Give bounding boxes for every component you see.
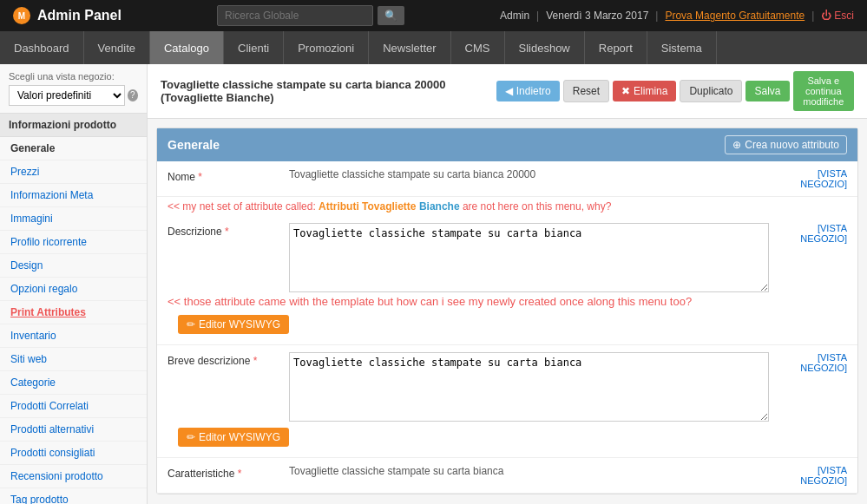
- caratteristiche-vista[interactable]: [VISTA NEGOZIO]: [769, 465, 847, 486]
- sidebar-item-prodotti-alternativi[interactable]: Prodotti alternativi: [0, 418, 147, 442]
- nav-newsletter[interactable]: Newsletter: [369, 31, 450, 64]
- duplicate-button[interactable]: Duplicato: [680, 80, 742, 102]
- descrizione-required: *: [225, 226, 229, 238]
- editor-wysiwyg-button-1[interactable]: ✏ Editor WYSIWYG: [178, 315, 289, 334]
- logo-icon: M: [13, 7, 30, 24]
- nome-row: Nome * Tovagliette classiche stampate su…: [157, 161, 857, 197]
- top-header: M Admin Panel 🔍 Admin | Venerdì 3 Marzo …: [0, 0, 867, 31]
- content-area: Tovagliette classiche stampate su carta …: [148, 64, 867, 504]
- divider1: |: [536, 10, 539, 22]
- nav-bar: Dashboard Vendite Catalogo Clienti Promo…: [0, 31, 867, 64]
- promo-link[interactable]: Prova Magento Gratuitamente: [665, 10, 805, 22]
- main-layout: Scegli una vista negozio: Valori predefi…: [0, 64, 867, 504]
- annotation1-link1: Attributi Tovagliette: [319, 200, 416, 213]
- sidebar-item-inventario[interactable]: Inventario: [0, 324, 147, 348]
- search-area: 🔍: [217, 5, 404, 26]
- sidebar-item-recensioni[interactable]: Recensioni prodotto: [0, 465, 147, 488]
- back-button[interactable]: ◀ Indietro: [496, 81, 560, 101]
- breve-required: *: [253, 355, 258, 367]
- sidebar-item-prodotti-correlati[interactable]: Prodotti Correlati: [0, 395, 147, 418]
- store-label: Scegli una vista negozio:: [9, 71, 138, 82]
- date-info: Venerdì 3 Marzo 2017: [546, 10, 648, 22]
- annotation2: << those attribute came with the templat…: [167, 295, 692, 308]
- descrizione-vista[interactable]: [VISTA NEGOZIO]: [769, 223, 847, 244]
- logo: M Admin Panel: [13, 7, 122, 24]
- store-select[interactable]: Valori predefiniti: [9, 85, 125, 106]
- logo-text: Admin Panel: [37, 8, 122, 23]
- nav-sistema[interactable]: Sistema: [647, 31, 717, 64]
- divider2: |: [655, 10, 658, 22]
- nav-catalogo[interactable]: Catalogo: [150, 31, 224, 64]
- sidebar-item-design[interactable]: Design: [0, 254, 147, 278]
- nav-cms[interactable]: CMS: [451, 31, 505, 64]
- edit-icon: ✏: [187, 318, 195, 331]
- generale-section: Generale ⊕ Crea nuovo attributo Nome * T…: [156, 128, 858, 494]
- caratteristiche-value: Tovagliette classiche stampate su carta …: [289, 465, 769, 477]
- sidebar-item-categorie[interactable]: Categorie: [0, 371, 147, 395]
- caratteristiche-label: Caratteristiche *: [167, 465, 289, 480]
- breve-descrizione-value: Tovagliette classiche stampate su carta …: [289, 352, 769, 424]
- descrizione-value: Tovagliette classiche stampate su carta …: [289, 223, 769, 295]
- sidebar-item-generale[interactable]: Generale: [0, 137, 147, 160]
- product-title: Tovagliette classiche stampate su carta …: [161, 78, 496, 104]
- descrizione-row: Descrizione * Tovagliette classiche stam…: [157, 216, 857, 345]
- caratteristiche-required: *: [238, 468, 242, 480]
- nome-label: Nome *: [167, 168, 289, 183]
- search-input[interactable]: [217, 5, 373, 26]
- store-select-row: Valori predefiniti ?: [9, 85, 138, 106]
- nome-vista[interactable]: [VISTA NEGOZIO]: [769, 168, 847, 189]
- power-icon: ⏻: [821, 10, 831, 22]
- reset-button[interactable]: Reset: [563, 80, 609, 102]
- sidebar-item-infometa[interactable]: Informazioni Meta: [0, 184, 147, 207]
- sidebar-item-immagini[interactable]: Immagini: [0, 207, 147, 231]
- breve-descrizione-row: Breve descrizione * Tovagliette classich…: [157, 345, 857, 458]
- sidebar-item-prezzi[interactable]: Prezzi: [0, 160, 147, 184]
- edit-icon-2: ✏: [187, 431, 195, 443]
- annotation1-post: are not here on this menu, why?: [460, 200, 612, 213]
- sidebar-item-print-attributes[interactable]: Print Attributes: [0, 301, 147, 324]
- nav-slideshow[interactable]: Slideshow: [505, 31, 585, 64]
- save-button[interactable]: Salva: [745, 81, 789, 101]
- plus-icon: ⊕: [732, 139, 741, 151]
- sidebar-item-prodotti-consigliati[interactable]: Prodotti consigliati: [0, 442, 147, 465]
- create-attribute-button[interactable]: ⊕ Crea nuovo attributo: [725, 135, 847, 154]
- store-section: Scegli una vista negozio: Valori predefi…: [0, 64, 147, 114]
- nome-required: *: [198, 171, 202, 183]
- breve-descrizione-textarea[interactable]: Tovagliette classiche stampate su carta …: [289, 352, 769, 422]
- header-right: Admin | Venerdì 3 Marzo 2017 | Prova Mag…: [500, 10, 854, 22]
- sidebar-section-title: Informazioni prodotto: [0, 114, 147, 137]
- logout-button[interactable]: ⏻ Esci: [821, 10, 854, 22]
- nav-dashboard[interactable]: Dashboard: [0, 31, 84, 64]
- nav-report[interactable]: Report: [585, 31, 647, 64]
- section-title: Generale: [167, 138, 220, 152]
- search-button[interactable]: 🔍: [378, 6, 404, 25]
- store-help-icon[interactable]: ?: [128, 89, 138, 101]
- sidebar: Scegli una vista negozio: Valori predefi…: [0, 64, 148, 504]
- nav-promozioni[interactable]: Promozioni: [284, 31, 369, 64]
- save-continue-button[interactable]: Salva e continua modifiche: [793, 71, 854, 111]
- breve-descrizione-vista[interactable]: [VISTA NEGOZIO]: [769, 352, 847, 373]
- product-title-bar: Tovagliette classiche stampate su carta …: [148, 64, 867, 119]
- nome-value: Tovagliette classiche stampate su carta …: [289, 168, 769, 180]
- sidebar-item-opzioni-regalo[interactable]: Opzioni regalo: [0, 278, 147, 301]
- descrizione-label: Descrizione *: [167, 223, 289, 238]
- caratteristiche-row: Caratteristiche * Tovagliette classiche …: [157, 458, 857, 494]
- sidebar-item-tag[interactable]: Tag prodotto: [0, 488, 147, 504]
- annotation1-link2: Bianche: [419, 200, 460, 213]
- action-buttons: ◀ Indietro Reset ✖ Elimina Duplicato Sal…: [496, 71, 854, 111]
- nav-clienti[interactable]: Clienti: [224, 31, 284, 64]
- section-content: Nome * Tovagliette classiche stampate su…: [157, 161, 857, 494]
- delete-icon: ✖: [621, 85, 630, 97]
- back-icon: ◀: [505, 85, 513, 97]
- editor-wysiwyg-button-2[interactable]: ✏ Editor WYSIWYG: [178, 428, 289, 447]
- annotation2-container: << those attribute came with the templat…: [167, 295, 692, 311]
- annotation1-pre: << my net set of attribute called:: [167, 200, 319, 213]
- divider3: |: [811, 10, 814, 22]
- nav-vendite[interactable]: Vendite: [84, 31, 150, 64]
- breve-descrizione-row-inner: Breve descrizione * Tovagliette classich…: [167, 352, 847, 424]
- sidebar-item-profilo[interactable]: Profilo ricorrente: [0, 231, 147, 254]
- descrizione-textarea[interactable]: Tovagliette classiche stampate su carta …: [289, 223, 769, 292]
- breve-descrizione-label: Breve descrizione *: [167, 352, 289, 367]
- sidebar-item-siti-web[interactable]: Siti web: [0, 348, 147, 371]
- delete-button[interactable]: ✖ Elimina: [613, 81, 676, 101]
